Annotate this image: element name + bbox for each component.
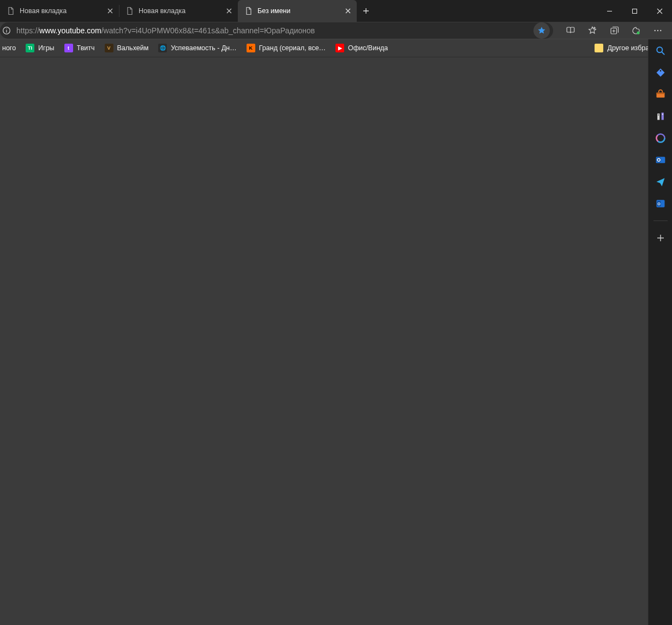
outlook-icon[interactable] — [652, 152, 669, 168]
toolbar-actions — [556, 22, 672, 39]
address-bar: https://www.youtube.com/watch?v=i4UoPMW0… — [0, 22, 672, 39]
url-scheme: https:// — [16, 26, 39, 35]
page-icon — [244, 7, 253, 15]
bookmark-item[interactable]: 🌐 Успеваемость - Дн… — [154, 41, 241, 55]
bookmark-label: ного — [2, 44, 16, 52]
svg-point-6 — [660, 29, 661, 31]
favicon-icon: 🌐 — [158, 44, 167, 52]
folder-icon — [595, 44, 603, 52]
url-host: www.youtube.com — [39, 26, 101, 35]
favorite-star-button[interactable] — [533, 22, 550, 39]
bookmark-label: Игры — [38, 44, 54, 52]
maximize-button[interactable] — [622, 0, 647, 22]
svg-point-5 — [657, 29, 658, 31]
svg-point-3 — [637, 31, 640, 34]
games-icon[interactable] — [652, 108, 669, 124]
more-menu-button[interactable] — [647, 22, 669, 39]
close-tab-button[interactable] — [106, 7, 115, 15]
favicon-icon: K — [247, 44, 255, 52]
close-tab-button[interactable] — [344, 7, 352, 15]
svg-point-4 — [655, 29, 656, 31]
svg-rect-10 — [656, 93, 664, 94]
tab-title: Без имени — [257, 7, 339, 15]
add-sidebar-button[interactable] — [652, 230, 669, 246]
tab-item[interactable]: Новая вкладка — [0, 0, 119, 22]
bookmark-item[interactable]: K Гранд (сериал, все… — [242, 41, 330, 55]
office-icon[interactable]: O — [652, 195, 669, 212]
tab-title: Новая вкладка — [20, 7, 101, 15]
bookmark-item[interactable]: ного — [0, 42, 20, 54]
search-icon[interactable] — [652, 43, 669, 59]
window-controls — [597, 0, 672, 22]
close-tab-button[interactable] — [225, 7, 233, 15]
sidebar-separator — [653, 221, 668, 221]
bookmark-label: Твитч — [77, 44, 95, 52]
favorites-button[interactable] — [581, 22, 603, 39]
svg-text:O: O — [657, 202, 660, 206]
shopping-icon[interactable] — [652, 86, 669, 103]
svg-point-12 — [662, 114, 663, 115]
page-icon — [125, 7, 134, 15]
url-text: https://www.youtube.com/watch?v=i4UoPMW0… — [16, 26, 533, 35]
bookmark-label: Успеваемость - Дн… — [171, 44, 237, 52]
site-info-icon[interactable] — [2, 23, 13, 38]
tab-title: Новая вкладка — [139, 7, 220, 15]
svg-point-8 — [659, 70, 661, 72]
tab-item-active[interactable]: Без имени — [238, 0, 357, 22]
new-tab-button[interactable] — [357, 0, 375, 22]
send-icon[interactable] — [652, 174, 669, 190]
bookmark-item[interactable]: ▶ Офис/Винда — [331, 41, 392, 55]
title-bar: Новая вкладка Новая вкладка Без имени — [0, 0, 672, 22]
omnibox[interactable]: https://www.youtube.com/watch?v=i4UoPMW0… — [0, 22, 553, 39]
close-window-button[interactable] — [647, 0, 672, 22]
bookmark-item[interactable]: TI Игры — [21, 41, 58, 55]
page-content — [0, 57, 624, 625]
minimize-button[interactable] — [597, 0, 622, 22]
microsoft365-icon[interactable] — [652, 130, 669, 146]
coupons-icon[interactable] — [652, 64, 669, 81]
bookmark-label: Вальхейм — [117, 44, 149, 52]
url-path: /watch?v=i4UoPMW06x8&t=461s&ab_channel=Ю… — [101, 26, 315, 35]
svg-point-11 — [658, 115, 659, 116]
favicon-icon: ▶ — [335, 44, 344, 52]
tab-strip: Новая вкладка Новая вкладка Без имени — [0, 0, 375, 22]
tab-item[interactable]: Новая вкладка — [119, 0, 238, 22]
edge-sidebar: O — [648, 39, 672, 625]
bookmark-label: Гранд (сериал, все… — [259, 44, 326, 52]
reading-list-button[interactable] — [560, 22, 581, 39]
collections-button[interactable] — [603, 22, 625, 39]
bookmark-label: Офис/Винда — [348, 44, 388, 52]
svg-rect-0 — [632, 9, 637, 13]
bookmark-item[interactable]: V Вальхейм — [100, 41, 153, 55]
draggable-area — [375, 0, 597, 22]
browser-essentials-button[interactable] — [625, 22, 647, 39]
favicon-icon: V — [105, 44, 113, 52]
bookmarks-bar: ного TI Игры t Твитч V Вальхейм 🌐 Успева… — [0, 39, 672, 57]
favicon-icon: t — [64, 44, 73, 52]
bookmark-item[interactable]: t Твитч — [60, 41, 99, 55]
favicon-icon: TI — [26, 44, 34, 52]
page-icon — [7, 7, 15, 15]
